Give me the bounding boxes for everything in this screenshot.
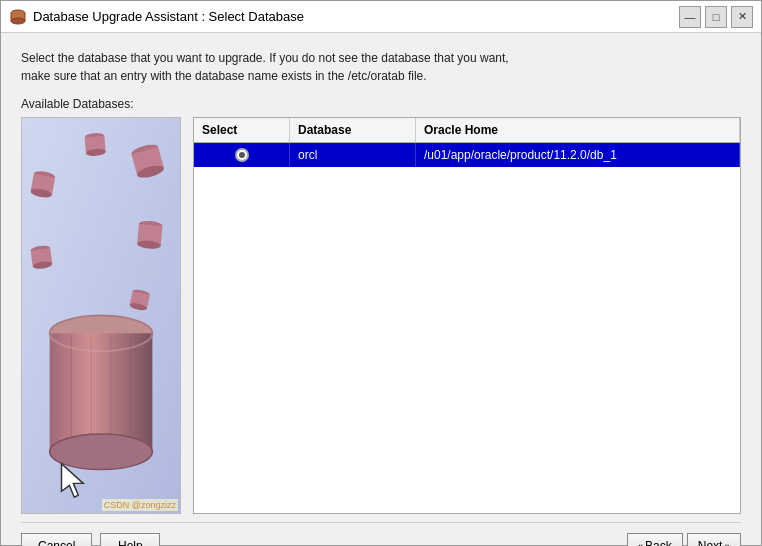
description-text: Select the database that you want to upg… <box>21 49 741 85</box>
database-table: Select Database Oracle Home <box>193 117 741 514</box>
header-oracle-home: Oracle Home <box>416 118 740 142</box>
row-database-cell: orcl <box>290 143 416 167</box>
main-body: CSDN @zongzizz Select Database Oracle Ho… <box>21 117 741 514</box>
window-title: Database Upgrade Assistant : Select Data… <box>33 9 304 24</box>
row-oracle-home-cell: /u01/app/oracle/product/11.2.0/db_1 <box>416 143 740 167</box>
main-window: Database Upgrade Assistant : Select Data… <box>0 0 762 546</box>
title-bar-left: Database Upgrade Assistant : Select Data… <box>9 8 304 26</box>
footer-right: « Back Next » <box>627 533 742 546</box>
table-body: orcl /u01/app/oracle/product/11.2.0/db_1 <box>194 143 740 167</box>
svg-point-2 <box>11 18 25 24</box>
available-databases-label: Available Databases: <box>21 97 741 111</box>
header-select: Select <box>194 118 290 142</box>
help-button[interactable]: Help <box>100 533 160 546</box>
content-area: Select the database that you want to upg… <box>1 33 761 546</box>
back-chevron-icon: « <box>638 541 644 547</box>
database-table-area: Select Database Oracle Home <box>193 117 741 514</box>
illustration-svg <box>22 118 180 513</box>
footer-left: Cancel Help <box>21 533 160 546</box>
title-bar-controls: — □ ✕ <box>679 6 753 28</box>
back-button[interactable]: « Back <box>627 533 683 546</box>
cancel-button[interactable]: Cancel <box>21 533 92 546</box>
illustration-panel: CSDN @zongzizz <box>21 117 181 514</box>
maximize-button[interactable]: □ <box>705 6 727 28</box>
row-select-cell <box>194 143 290 167</box>
radio-inner <box>239 152 245 158</box>
next-button[interactable]: Next » <box>687 533 741 546</box>
next-chevron-icon: » <box>724 541 730 547</box>
title-bar: Database Upgrade Assistant : Select Data… <box>1 1 761 33</box>
description-line1: Select the database that you want to upg… <box>21 51 509 65</box>
minimize-button[interactable]: — <box>679 6 701 28</box>
svg-point-30 <box>50 434 153 470</box>
description-line2: make sure that an entry with the databas… <box>21 69 427 83</box>
close-button[interactable]: ✕ <box>731 6 753 28</box>
window-icon <box>9 8 27 26</box>
footer: Cancel Help « Back Next » <box>21 522 741 546</box>
table-row[interactable]: orcl /u01/app/oracle/product/11.2.0/db_1 <box>194 143 740 167</box>
watermark: CSDN @zongzizz <box>102 499 178 511</box>
header-database: Database <box>290 118 416 142</box>
radio-button[interactable] <box>235 148 249 162</box>
table-header: Select Database Oracle Home <box>194 118 740 143</box>
